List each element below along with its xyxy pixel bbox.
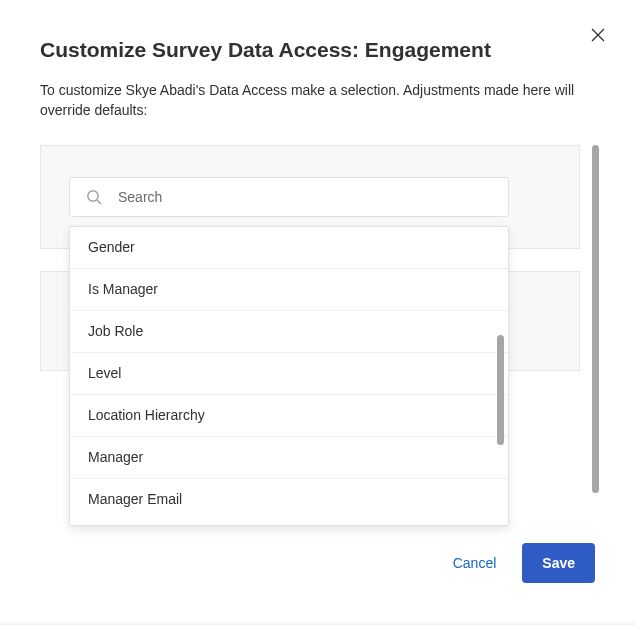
svg-line-3 — [97, 200, 101, 204]
modal-content: Customize Survey Data Access: Engagement… — [0, 0, 635, 527]
outer-scrollbar[interactable] — [592, 145, 599, 493]
svg-point-2 — [88, 190, 98, 200]
dropdown-option[interactable]: Location Hierarchy — [70, 395, 508, 437]
dropdown-option[interactable]: Manager — [70, 437, 508, 479]
dropdown-option[interactable]: Manager Email — [70, 479, 508, 525]
dropdown-option[interactable]: Job Role — [70, 311, 508, 353]
cancel-button[interactable]: Cancel — [447, 551, 503, 575]
close-icon — [591, 28, 605, 46]
dropdown-option[interactable]: Is Manager — [70, 269, 508, 311]
attribute-dropdown: GenderIs ManagerJob RoleLevelLocation Hi… — [69, 226, 509, 526]
modal-customize-data-access: Customize Survey Data Access: Engagement… — [0, 0, 635, 625]
bottom-shadow — [0, 621, 635, 625]
save-button[interactable]: Save — [522, 543, 595, 583]
scroll-area: GenderIs ManagerJob RoleLevelLocation Hi… — [40, 145, 595, 527]
dropdown-option[interactable]: Level — [70, 353, 508, 395]
close-button[interactable] — [589, 28, 607, 46]
search-icon — [86, 189, 102, 205]
modal-subtitle: To customize Skye Abadi's Data Access ma… — [40, 80, 595, 121]
search-input[interactable] — [116, 188, 508, 206]
dropdown-option[interactable]: Gender — [70, 227, 508, 269]
search-field-wrap[interactable] — [69, 177, 509, 217]
dropdown-scrollbar[interactable] — [497, 335, 504, 445]
modal-title: Customize Survey Data Access: Engagement — [40, 38, 595, 62]
modal-footer: Cancel Save — [447, 543, 595, 583]
search-panel: GenderIs ManagerJob RoleLevelLocation Hi… — [40, 145, 580, 249]
